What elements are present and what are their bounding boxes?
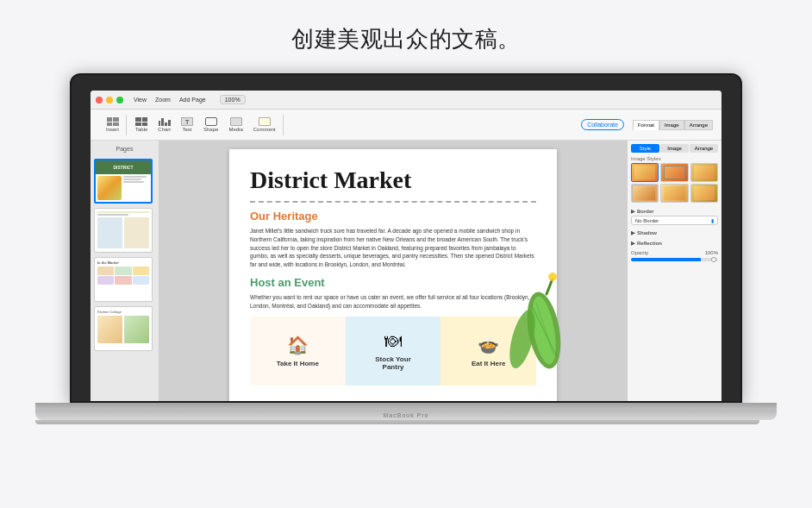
macbook-base: MacBook Pro (35, 410, 777, 420)
eathere-icon: 🍲 (478, 335, 499, 355)
opacity-section: Opacity 100% (631, 250, 718, 261)
eathere-label: Eat It Here (472, 360, 506, 367)
doc-section1-title: Our Heritage (250, 210, 536, 223)
rpanel-tab-style[interactable]: Style (631, 144, 659, 153)
style-cell-2[interactable] (660, 163, 688, 182)
takehome-label: Take It Home (277, 360, 319, 367)
doc-content-area[interactable]: District Market Our Heritage Janet Mille… (159, 141, 627, 401)
close-button[interactable] (96, 97, 103, 103)
insert-tool[interactable]: Insert (106, 117, 119, 132)
menu-bar-view[interactable]: View Zoom Add Page (134, 97, 206, 103)
pages-label: Pages (94, 146, 155, 152)
macbook-hinge (35, 403, 777, 410)
doc-page: District Market Our Heritage Janet Mille… (229, 149, 557, 401)
border-dropdown[interactable]: No Border ▮ (631, 216, 718, 225)
rpanel-tab-arrange[interactable]: Arrange (690, 144, 718, 153)
maximize-button[interactable] (116, 97, 123, 103)
svg-point-4 (548, 273, 557, 281)
minimize-button[interactable] (106, 97, 113, 103)
right-panel: Style Image Arrange Image Styles (627, 141, 721, 401)
foot-left (35, 420, 397, 424)
rpanel-tab-image[interactable]: Image (660, 144, 689, 153)
style-cell-1[interactable] (631, 163, 659, 182)
right-panel-tabs: Style Image Arrange (631, 144, 718, 153)
doc-section2-title: Host an Event (250, 276, 536, 289)
image-styles-label: Image Styles (631, 156, 718, 161)
format-tab-image[interactable]: Image (659, 120, 684, 130)
doc-section2-body: Whether you want to rent our space or ha… (250, 293, 536, 310)
style-grid (631, 163, 718, 203)
menu-view[interactable]: View (134, 97, 147, 103)
menu-zoom[interactable]: Zoom (155, 97, 171, 103)
opacity-row: Opacity 100% (631, 250, 718, 255)
menu-add-page[interactable]: Add Page (179, 97, 206, 103)
stock-label: Stock YourPantry (375, 355, 411, 371)
format-tab-arrange[interactable]: Arrange (684, 120, 713, 130)
table-tool[interactable]: Table (135, 117, 147, 132)
menu-bar: View Zoom Add Page 100% (91, 91, 721, 110)
macbook-model-label: MacBook Pro (383, 412, 428, 418)
cards-row: 🏠 Take It Home 🍽 Stock YourPantry 🍲 Eat (250, 317, 536, 386)
shape-tool[interactable]: Shape (203, 117, 218, 132)
macbook-screen: View Zoom Add Page 100% (91, 91, 721, 401)
stock-icon: 🍽 (384, 331, 402, 351)
page-headline: 创建美观出众的文稿。 (291, 24, 520, 54)
shadow-section: ▶ Shadow (631, 229, 718, 235)
foot-right (397, 420, 759, 424)
collaborate-button[interactable]: Collaborate (581, 119, 624, 130)
reflection-section: ▶ Reflection (631, 240, 718, 246)
macbook-wrapper: View Zoom Add Page 100% (70, 73, 742, 424)
style-cell-5[interactable] (660, 184, 688, 203)
card-stock-pantry[interactable]: 🍽 Stock YourPantry (346, 317, 441, 386)
page-wrapper: 创建美观出众的文稿。 View Zoom Add Page (0, 0, 812, 424)
toolbar-group-tools: Table Chart T (128, 115, 284, 135)
media-tool[interactable]: Media (228, 117, 242, 132)
toolbar-group-insert: Insert (99, 115, 127, 135)
veggie-decoration (505, 253, 574, 373)
page-thumbnail-2[interactable] (94, 208, 153, 253)
reflection-section-title: ▶ Reflection (631, 240, 718, 246)
window-controls (96, 97, 123, 103)
takehome-icon: 🏠 (287, 335, 309, 355)
page-thumbnail-3[interactable]: In the Market (94, 257, 153, 302)
card-takehome[interactable]: 🏠 Take It Home (250, 317, 346, 386)
shadow-section-title: ▶ Shadow (631, 229, 718, 235)
page-thumbnail-1[interactable]: DISTRICT (94, 159, 153, 204)
style-cell-6[interactable] (690, 184, 718, 203)
doc-title: District Market (250, 166, 536, 203)
doc-section1-body: Janet Millet's little sandwich truck sur… (250, 227, 536, 269)
pages-panel[interactable]: Pages DISTRICT (91, 141, 159, 401)
border-section-title: ▶ Border (631, 208, 718, 214)
main-area: Pages DISTRICT (91, 141, 721, 401)
toolbar: Insert Table (91, 110, 721, 141)
format-tabs: Format Image Arrange (633, 120, 713, 130)
page-thumbnail-4[interactable]: Kitchen Collage (94, 306, 153, 351)
format-tab-format[interactable]: Format (633, 120, 659, 130)
text-tool[interactable]: T Text (181, 117, 193, 132)
comment-tool[interactable]: Comment (253, 117, 276, 132)
macbook-feet (35, 420, 777, 424)
chart-tool[interactable]: Chart (158, 117, 171, 132)
border-section: ▶ Border No Border ▮ (631, 208, 718, 225)
zoom-display: 100% (220, 95, 246, 104)
style-cell-4[interactable] (631, 184, 659, 203)
opacity-slider-thumb (711, 257, 716, 262)
style-cell-3[interactable] (690, 163, 718, 182)
opacity-slider[interactable] (631, 258, 718, 261)
macbook-screen-bezel: View Zoom Add Page 100% (70, 73, 742, 403)
